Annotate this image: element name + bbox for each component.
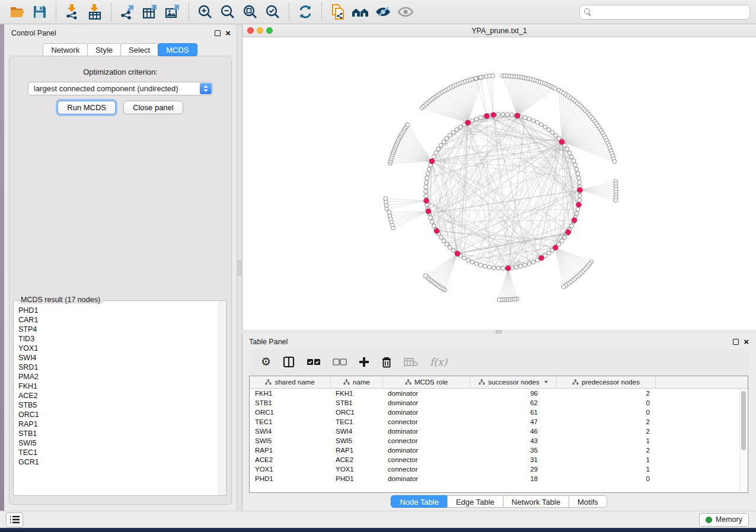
table-row[interactable]: STB1STB1dominator620 <box>250 398 748 408</box>
close-panel-icon[interactable]: × <box>225 30 231 36</box>
duplicate-network-button[interactable] <box>328 3 347 21</box>
show-columns-icon[interactable] <box>283 356 295 368</box>
unselect-all-icon[interactable] <box>333 358 347 366</box>
import-network-button[interactable] <box>63 3 82 21</box>
mcds-hub-node[interactable] <box>578 187 583 193</box>
zoom-fit-button[interactable] <box>241 3 260 21</box>
mcds-hub-node[interactable] <box>576 202 582 207</box>
result-node-item[interactable]: STP4 <box>18 325 218 334</box>
delete-icon[interactable] <box>381 356 392 368</box>
mcds-hub-node[interactable] <box>515 113 521 118</box>
zoom-out-button[interactable] <box>218 3 237 21</box>
table-row[interactable]: ORC1ORC1dominator610 <box>250 408 748 417</box>
result-node-item[interactable]: YOX1 <box>18 344 218 353</box>
refresh-button[interactable] <box>296 3 315 21</box>
result-node-item[interactable]: TEC1 <box>18 448 218 457</box>
result-node-item[interactable]: CAR1 <box>18 315 218 325</box>
task-history-button[interactable] <box>6 512 23 527</box>
export-table-button[interactable] <box>141 3 160 21</box>
float-panel-icon[interactable] <box>215 30 221 36</box>
add-column-icon[interactable] <box>359 357 369 367</box>
mcds-hub-node[interactable] <box>429 159 435 164</box>
tab-select[interactable]: Select <box>120 43 158 56</box>
tab-network[interactable]: Network <box>43 43 88 56</box>
first-neighbors-button[interactable] <box>351 3 370 21</box>
table-row[interactable]: TEC1TEC1connector472 <box>250 417 748 427</box>
tab-motifs[interactable]: Motifs <box>569 495 607 508</box>
settings-gear-icon[interactable]: ⚙ <box>261 357 271 367</box>
scrollbar-thumb[interactable] <box>741 391 746 450</box>
mcds-hub-node[interactable] <box>434 229 439 234</box>
result-node-item[interactable]: SWI5 <box>18 438 218 448</box>
mcds-hub-node[interactable] <box>426 209 431 214</box>
result-node-item[interactable]: FKH1 <box>18 382 218 391</box>
table-row[interactable]: RAP1RAP1dominator352 <box>250 446 748 455</box>
table-row[interactable]: ACE2ACE2connector311 <box>250 455 748 464</box>
table-row[interactable]: YOX1YOX1connector291 <box>250 464 748 474</box>
table-row[interactable]: FKH1FKH1dominator962 <box>250 389 748 398</box>
column-header-name[interactable]: name <box>331 376 383 388</box>
result-node-item[interactable]: PHD1 <box>18 306 218 315</box>
result-node-item[interactable]: ORC1 <box>18 410 218 419</box>
column-header-successor-nodes[interactable]: successor nodes <box>470 376 557 388</box>
result-node-item[interactable]: TID3 <box>18 334 218 344</box>
result-node-item[interactable]: SRD1 <box>18 363 218 372</box>
network-window-titlebar[interactable]: YPA_prune.txt_1 <box>243 24 756 37</box>
result-node-item[interactable]: STB1 <box>18 429 218 438</box>
tab-network-table[interactable]: Network Table <box>503 495 569 508</box>
select-all-icon[interactable] <box>307 358 321 366</box>
mcds-hub-node[interactable] <box>484 114 490 119</box>
search-field[interactable] <box>579 5 750 20</box>
export-image-button[interactable] <box>163 3 182 21</box>
network-graph[interactable] <box>243 37 756 329</box>
result-node-item[interactable]: SWI4 <box>18 353 218 363</box>
column-header-MCDS-role[interactable]: MCDS role <box>383 376 470 388</box>
mcds-hub-node[interactable] <box>566 230 571 235</box>
result-list-scrollbar[interactable] <box>218 302 225 495</box>
tab-node-table[interactable]: Node Table <box>391 495 448 508</box>
vertical-splitter[interactable] <box>237 24 242 511</box>
open-session-button[interactable] <box>8 3 27 21</box>
save-session-button[interactable] <box>30 3 49 21</box>
table-row[interactable]: SWI5SWI5connector431 <box>250 436 748 446</box>
search-input[interactable] <box>592 6 749 18</box>
close-panel-button[interactable]: Close panel <box>123 101 183 114</box>
run-mcds-button[interactable]: Run MCDS <box>58 101 116 114</box>
mcds-result-list[interactable]: PHD1CAR1STP4TID3YOX1SWI4SRD1PMA2FKH1ACE2… <box>14 303 218 495</box>
table-row[interactable]: SWI4SWI4dominator462 <box>250 427 748 436</box>
criterion-select[interactable]: largest connected component (undirected) <box>28 82 213 95</box>
result-node-item[interactable]: STB5 <box>18 400 218 410</box>
table-header-row: shared namenameMCDS rolesuccessor nodesp… <box>250 376 748 389</box>
mcds-hub-node[interactable] <box>465 120 471 126</box>
column-header-predecessor-nodes[interactable]: predecessor nodes <box>557 376 656 388</box>
export-network-button[interactable] <box>118 3 137 21</box>
result-node-item[interactable]: RAP1 <box>18 419 218 429</box>
mcds-hub-node[interactable] <box>539 255 544 261</box>
close-panel-icon[interactable]: × <box>744 339 749 345</box>
result-node-item[interactable]: PMA2 <box>18 372 218 382</box>
mcds-hub-node[interactable] <box>506 265 511 271</box>
mcds-hub-node[interactable] <box>424 198 429 204</box>
result-node-item[interactable]: GCR1 <box>18 457 218 467</box>
import-table-button[interactable] <box>85 3 104 21</box>
memory-button[interactable]: Memory <box>699 513 749 527</box>
mcds-hub-node[interactable] <box>553 245 558 251</box>
hide-selected-button[interactable] <box>374 3 393 21</box>
table-row[interactable]: PHD1PHD1dominator180 <box>250 474 748 483</box>
mcds-hub-node[interactable] <box>572 217 577 223</box>
network-canvas[interactable] <box>243 37 756 329</box>
zoom-selected-button[interactable] <box>263 3 282 21</box>
mcds-hub-node[interactable] <box>491 113 496 118</box>
float-panel-icon[interactable] <box>733 339 739 345</box>
tab-style[interactable]: Style <box>87 43 121 56</box>
result-node-item[interactable]: ACE2 <box>18 391 218 400</box>
zoom-in-button[interactable] <box>196 3 215 21</box>
tab-edge-table[interactable]: Edge Table <box>447 495 503 508</box>
column-header-shared-name[interactable]: shared name <box>250 376 331 388</box>
splitter-grip[interactable] <box>238 260 241 275</box>
mcds-hub-node[interactable] <box>455 251 460 257</box>
show-all-button[interactable] <box>396 3 415 21</box>
tab-mcds[interactable]: MCDS <box>158 43 197 56</box>
mcds-hub-node[interactable] <box>559 139 564 145</box>
table-scrollbar[interactable] <box>739 389 747 491</box>
